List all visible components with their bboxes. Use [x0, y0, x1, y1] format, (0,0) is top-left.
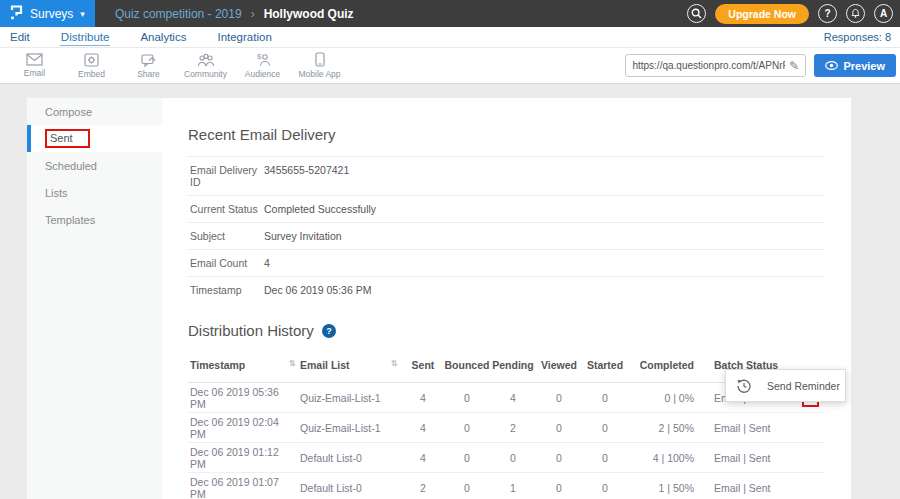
cell-email-list: Quiz-Email-List-1: [300, 422, 386, 434]
detail-row: Timestamp Dec 06 2019 05:36 PM: [188, 276, 825, 303]
cell-bounced: 0: [444, 452, 490, 464]
email-icon: [26, 53, 43, 66]
bell-icon: [850, 8, 861, 19]
survey-url-input[interactable]: [632, 60, 785, 71]
cell-completed: 4 | 100%: [628, 452, 694, 464]
toolbar-item-mobile-app[interactable]: Mobile App: [291, 52, 348, 79]
detail-value: 3455655-5207421: [264, 164, 349, 188]
toolbar-item-label: Audience: [245, 69, 280, 79]
sort-icon[interactable]: ⇅: [386, 359, 402, 368]
sidebar-item-compose[interactable]: Compose: [27, 98, 162, 125]
distribute-toolbar: Email Embed Share Community $ Audience M…: [0, 48, 900, 84]
tab-integration[interactable]: Integration: [216, 29, 272, 45]
toolbar-item-label: Mobile App: [298, 69, 340, 79]
detail-value: Completed Successfully: [264, 203, 376, 215]
cell-started: 0: [582, 422, 628, 434]
cell-timestamp: Dec 06 2019 01:07 PM: [188, 476, 284, 499]
chevron-down-icon: ▾: [80, 9, 85, 19]
toolbar-item-label: Share: [137, 69, 160, 79]
toolbar-item-label: Email: [24, 68, 45, 78]
search-icon: [691, 8, 702, 19]
toolbar-item-audience[interactable]: $ Audience: [234, 52, 291, 79]
row-context-menu: Send Reminder: [725, 369, 846, 402]
breadcrumb: Quiz competition - 2019 › Hollywood Quiz: [115, 7, 354, 21]
cell-completed: 2 | 50%: [628, 422, 694, 434]
cell-timestamp: Dec 06 2019 01:12 PM: [188, 446, 284, 470]
sidebar-item-sent[interactable]: Sent: [27, 125, 162, 152]
table-row: Dec 06 2019 01:12 PM Default List-0 4 0 …: [188, 443, 825, 473]
sidebar-item-lists[interactable]: Lists: [27, 179, 162, 206]
send-reminder-item[interactable]: Send Reminder: [767, 380, 840, 392]
col-viewed: Viewed: [536, 359, 582, 371]
sidebar-item-templates[interactable]: Templates: [27, 206, 162, 233]
sidebar-item-scheduled[interactable]: Scheduled: [27, 152, 162, 179]
cell-sent: 4: [402, 452, 444, 464]
detail-label: Email Delivery ID: [190, 164, 264, 188]
toolbar-item-share[interactable]: Share: [120, 53, 177, 79]
cell-pending: 1: [490, 482, 536, 494]
upgrade-now-button[interactable]: Upgrade Now: [715, 4, 809, 24]
cell-completed: 1 | 50%: [628, 482, 694, 494]
table-row: Dec 06 2019 01:07 PM Default List-0 2 0 …: [188, 473, 825, 499]
toolbar-item-label: Embed: [78, 69, 105, 79]
send-reminder-icon: [737, 379, 751, 393]
topbar-actions: Upgrade Now ? A: [687, 4, 900, 24]
distribute-sidebar: Compose Sent Scheduled Lists Templates: [27, 98, 162, 499]
col-bounced: Bounced: [444, 359, 490, 371]
cell-batch-status: Email | Sent: [694, 482, 782, 494]
account-avatar[interactable]: A: [874, 4, 893, 23]
app-window: Surveys ▾ Quiz competition - 2019 › Holl…: [0, 0, 900, 499]
history-title: Distribution History: [188, 322, 314, 339]
recent-delivery-details: Email Delivery ID 3455655-5207421 Curren…: [188, 156, 825, 303]
cell-bounced: 0: [444, 482, 490, 494]
responses-count-link[interactable]: Responses: 8: [824, 31, 891, 43]
cell-bounced: 0: [444, 422, 490, 434]
detail-label: Email Count: [190, 257, 264, 269]
toolbar-item-label: Community: [184, 69, 227, 79]
col-pending: Pending: [490, 359, 536, 371]
cell-started: 0: [582, 482, 628, 494]
cell-pending: 0: [490, 452, 536, 464]
cell-bounced: 0: [444, 392, 490, 404]
svg-text:$: $: [257, 52, 262, 61]
cell-pending: 2: [490, 422, 536, 434]
tab-edit[interactable]: Edit: [9, 29, 31, 45]
col-timestamp[interactable]: Timestamp: [188, 359, 284, 371]
tab-analytics[interactable]: Analytics: [139, 29, 187, 45]
surveys-menu[interactable]: Surveys ▾: [0, 0, 95, 27]
share-icon: [141, 53, 157, 67]
cell-started: 0: [582, 392, 628, 404]
community-icon: [197, 53, 215, 67]
audience-icon: $: [254, 52, 272, 67]
history-title-row: Distribution History ?: [188, 322, 825, 339]
toolbar-item-embed[interactable]: Embed: [63, 53, 120, 79]
preview-button[interactable]: Preview: [814, 54, 896, 77]
breadcrumb-parent-link[interactable]: Quiz competition - 2019: [115, 7, 242, 21]
col-completed: Completed: [628, 359, 694, 371]
toolbar-item-email[interactable]: Email: [6, 53, 63, 78]
cell-viewed: 0: [536, 452, 582, 464]
detail-row: Email Count 4: [188, 249, 825, 276]
surveys-menu-label: Surveys: [30, 7, 73, 21]
cell-pending: 4: [490, 392, 536, 404]
cell-timestamp: Dec 06 2019 05:36 PM: [188, 386, 284, 410]
cell-viewed: 0: [536, 422, 582, 434]
tab-distribute[interactable]: Distribute: [60, 29, 111, 46]
cell-email-list: Quiz-Email-List-1: [300, 392, 386, 404]
cell-batch-status: Email | Sent: [694, 422, 782, 434]
edit-url-icon[interactable]: ✎: [789, 59, 799, 73]
search-button[interactable]: [687, 4, 706, 23]
cell-completed: 0 | 0%: [628, 392, 694, 404]
detail-row: Subject Survey Invitation: [188, 222, 825, 249]
survey-nav: Edit Distribute Analytics Integration Re…: [0, 27, 900, 48]
help-button[interactable]: ?: [818, 4, 837, 23]
detail-label: Timestamp: [190, 284, 264, 296]
table-row: Dec 06 2019 02:04 PM Quiz-Email-List-1 4…: [188, 413, 825, 443]
history-help-icon[interactable]: ?: [322, 324, 336, 338]
sort-icon[interactable]: ⇅: [284, 359, 300, 368]
cell-email-list: Default List-0: [300, 482, 386, 494]
cell-sent: 4: [402, 422, 444, 434]
col-email-list[interactable]: Email List: [300, 359, 386, 371]
toolbar-item-community[interactable]: Community: [177, 53, 234, 79]
notifications-button[interactable]: [846, 4, 865, 23]
